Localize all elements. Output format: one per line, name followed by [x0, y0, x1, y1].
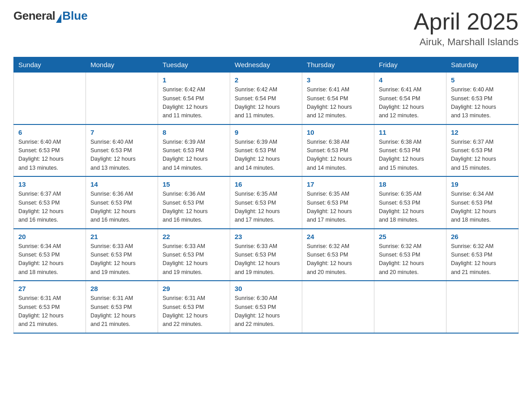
table-row — [446, 281, 519, 333]
table-row: 9Sunrise: 6:39 AMSunset: 6:53 PMDaylight… — [230, 124, 302, 177]
table-row: 20Sunrise: 6:34 AMSunset: 6:53 PMDayligh… — [14, 229, 86, 281]
table-row: 21Sunrise: 6:33 AMSunset: 6:53 PMDayligh… — [86, 229, 158, 281]
table-row: 24Sunrise: 6:32 AMSunset: 6:53 PMDayligh… — [302, 229, 374, 281]
day-info: Sunrise: 6:42 AMSunset: 6:54 PMDaylight:… — [163, 86, 225, 120]
day-number: 28 — [90, 285, 153, 292]
day-number: 1 — [163, 76, 225, 84]
logo: General Blue — [13, 9, 88, 23]
table-row: 30Sunrise: 6:30 AMSunset: 6:53 PMDayligh… — [230, 281, 302, 333]
calendar-body: 1Sunrise: 6:42 AMSunset: 6:54 PMDaylight… — [14, 73, 519, 333]
day-info: Sunrise: 6:34 AMSunset: 6:53 PMDaylight:… — [451, 190, 514, 225]
table-row: 4Sunrise: 6:41 AMSunset: 6:54 PMDaylight… — [374, 73, 446, 124]
table-row — [86, 73, 158, 124]
day-number: 17 — [307, 180, 369, 188]
day-number: 13 — [18, 180, 81, 188]
table-row: 14Sunrise: 6:36 AMSunset: 6:53 PMDayligh… — [86, 176, 158, 229]
day-number: 30 — [235, 285, 297, 292]
day-number: 19 — [451, 180, 514, 188]
calendar-header: SundayMondayTuesdayWednesdayThursdayFrid… — [14, 57, 519, 73]
week-row-2: 6Sunrise: 6:40 AMSunset: 6:53 PMDaylight… — [14, 124, 519, 177]
day-number: 2 — [235, 76, 297, 84]
day-number: 7 — [90, 128, 153, 136]
day-number: 22 — [163, 233, 225, 240]
day-number: 12 — [451, 128, 514, 136]
table-row: 18Sunrise: 6:35 AMSunset: 6:53 PMDayligh… — [374, 176, 446, 229]
week-row-1: 1Sunrise: 6:42 AMSunset: 6:54 PMDaylight… — [14, 73, 519, 124]
week-row-5: 27Sunrise: 6:31 AMSunset: 6:53 PMDayligh… — [14, 281, 519, 333]
days-of-week-row: SundayMondayTuesdayWednesdayThursdayFrid… — [14, 57, 519, 73]
header-friday: Friday — [374, 57, 446, 73]
day-info: Sunrise: 6:32 AMSunset: 6:53 PMDaylight:… — [451, 242, 514, 277]
table-row — [14, 73, 86, 124]
day-number: 11 — [379, 128, 442, 136]
day-info: Sunrise: 6:39 AMSunset: 6:53 PMDaylight:… — [235, 138, 297, 173]
table-row: 28Sunrise: 6:31 AMSunset: 6:53 PMDayligh… — [86, 281, 158, 333]
day-info: Sunrise: 6:34 AMSunset: 6:53 PMDaylight:… — [18, 242, 81, 277]
table-row: 15Sunrise: 6:36 AMSunset: 6:53 PMDayligh… — [158, 176, 230, 229]
header-wednesday: Wednesday — [230, 57, 302, 73]
table-row: 5Sunrise: 6:40 AMSunset: 6:53 PMDaylight… — [446, 73, 519, 124]
day-info: Sunrise: 6:35 AMSunset: 6:53 PMDaylight:… — [307, 190, 369, 225]
table-row: 8Sunrise: 6:39 AMSunset: 6:53 PMDaylight… — [158, 124, 230, 177]
table-row: 22Sunrise: 6:33 AMSunset: 6:53 PMDayligh… — [158, 229, 230, 281]
day-info: Sunrise: 6:36 AMSunset: 6:53 PMDaylight:… — [163, 190, 225, 225]
day-number: 21 — [90, 233, 153, 240]
title-block: April 2025 Airuk, Marshall Islands — [414, 9, 519, 48]
day-number: 29 — [163, 285, 225, 292]
day-number: 4 — [379, 76, 442, 84]
day-info: Sunrise: 6:36 AMSunset: 6:53 PMDaylight:… — [90, 190, 153, 225]
header-monday: Monday — [86, 57, 158, 73]
table-row: 26Sunrise: 6:32 AMSunset: 6:53 PMDayligh… — [446, 229, 519, 281]
day-info: Sunrise: 6:32 AMSunset: 6:53 PMDaylight:… — [307, 242, 369, 277]
table-row: 1Sunrise: 6:42 AMSunset: 6:54 PMDaylight… — [158, 73, 230, 124]
day-number: 20 — [18, 233, 81, 240]
day-info: Sunrise: 6:33 AMSunset: 6:53 PMDaylight:… — [163, 242, 225, 277]
calendar-title: April 2025 — [414, 9, 519, 34]
table-row: 7Sunrise: 6:40 AMSunset: 6:53 PMDaylight… — [86, 124, 158, 177]
day-number: 18 — [379, 180, 442, 188]
table-row: 12Sunrise: 6:37 AMSunset: 6:53 PMDayligh… — [446, 124, 519, 177]
table-row: 13Sunrise: 6:37 AMSunset: 6:53 PMDayligh… — [14, 176, 86, 229]
table-row: 17Sunrise: 6:35 AMSunset: 6:53 PMDayligh… — [302, 176, 374, 229]
table-row: 6Sunrise: 6:40 AMSunset: 6:53 PMDaylight… — [14, 124, 86, 177]
day-info: Sunrise: 6:42 AMSunset: 6:54 PMDaylight:… — [235, 86, 297, 120]
table-row — [302, 281, 374, 333]
header-thursday: Thursday — [302, 57, 374, 73]
day-info: Sunrise: 6:40 AMSunset: 6:53 PMDaylight:… — [90, 138, 153, 173]
day-number: 3 — [307, 76, 369, 84]
page-header: General Blue April 2025 Airuk, Marshall … — [13, 9, 519, 48]
day-number: 25 — [379, 233, 442, 240]
table-row — [374, 281, 446, 333]
table-row: 19Sunrise: 6:34 AMSunset: 6:53 PMDayligh… — [446, 176, 519, 229]
table-row: 25Sunrise: 6:32 AMSunset: 6:53 PMDayligh… — [374, 229, 446, 281]
table-row: 3Sunrise: 6:41 AMSunset: 6:54 PMDaylight… — [302, 73, 374, 124]
day-info: Sunrise: 6:31 AMSunset: 6:53 PMDaylight:… — [90, 294, 153, 329]
day-info: Sunrise: 6:38 AMSunset: 6:53 PMDaylight:… — [307, 138, 369, 173]
calendar-table: SundayMondayTuesdayWednesdayThursdayFrid… — [13, 57, 519, 334]
day-info: Sunrise: 6:32 AMSunset: 6:53 PMDaylight:… — [379, 242, 442, 277]
table-row: 10Sunrise: 6:38 AMSunset: 6:53 PMDayligh… — [302, 124, 374, 177]
day-info: Sunrise: 6:31 AMSunset: 6:53 PMDaylight:… — [18, 294, 81, 329]
day-number: 26 — [451, 233, 514, 240]
day-info: Sunrise: 6:41 AMSunset: 6:54 PMDaylight:… — [307, 86, 369, 120]
day-number: 27 — [18, 285, 81, 292]
logo-triangle-icon — [56, 14, 61, 23]
day-info: Sunrise: 6:37 AMSunset: 6:53 PMDaylight:… — [18, 190, 81, 225]
day-info: Sunrise: 6:35 AMSunset: 6:53 PMDaylight:… — [235, 190, 297, 225]
day-info: Sunrise: 6:33 AMSunset: 6:53 PMDaylight:… — [235, 242, 297, 277]
table-row: 23Sunrise: 6:33 AMSunset: 6:53 PMDayligh… — [230, 229, 302, 281]
day-info: Sunrise: 6:39 AMSunset: 6:53 PMDaylight:… — [163, 138, 225, 173]
table-row: 29Sunrise: 6:31 AMSunset: 6:53 PMDayligh… — [158, 281, 230, 333]
day-info: Sunrise: 6:38 AMSunset: 6:53 PMDaylight:… — [379, 138, 442, 173]
header-tuesday: Tuesday — [158, 57, 230, 73]
day-number: 24 — [307, 233, 369, 240]
table-row: 11Sunrise: 6:38 AMSunset: 6:53 PMDayligh… — [374, 124, 446, 177]
day-number: 23 — [235, 233, 297, 240]
header-saturday: Saturday — [446, 57, 519, 73]
logo-general-text: General — [13, 9, 55, 23]
day-number: 9 — [235, 128, 297, 136]
header-sunday: Sunday — [14, 57, 86, 73]
day-info: Sunrise: 6:40 AMSunset: 6:53 PMDaylight:… — [18, 138, 81, 173]
day-info: Sunrise: 6:35 AMSunset: 6:53 PMDaylight:… — [379, 190, 442, 225]
day-number: 10 — [307, 128, 369, 136]
